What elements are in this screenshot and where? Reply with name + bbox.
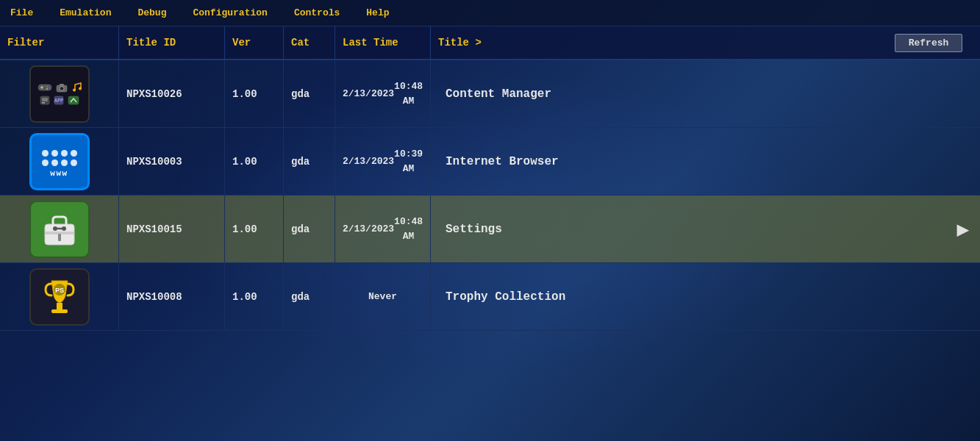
row-ver-2: 1.00: [225, 128, 284, 195]
row-lasttime-3: 2/13/202310:48 AM: [335, 196, 431, 262]
table-row[interactable]: APP NPXS10026 1.00 gda 2/13/202310:48 AM…: [0, 60, 980, 128]
row-titleid-2: NPXS10003: [119, 128, 225, 195]
row-cat-2: gda: [284, 128, 335, 195]
svg-point-3: [46, 86, 48, 87]
row-title-2: Internet Browser: [431, 128, 980, 195]
svg-text:PS: PS: [54, 287, 63, 294]
row-title-4: Trophy Collection: [431, 263, 980, 330]
col-cat-header[interactable]: Cat: [284, 26, 335, 59]
row-cat-1: gda: [284, 60, 335, 127]
svg-point-21: [62, 226, 66, 231]
col-title-header[interactable]: Title >: [431, 26, 877, 59]
row-ver-3: 1.00: [225, 196, 284, 262]
svg-rect-17: [68, 96, 79, 104]
table-row[interactable]: NPXS10015 1.00 gda 2/13/202310:48 AM Set…: [0, 196, 980, 263]
menubar: File Emulation Debug Configuration Contr…: [0, 0, 980, 26]
row-lasttime-4: Never: [335, 263, 431, 330]
row-icon-ib: www: [0, 128, 119, 195]
svg-rect-24: [51, 309, 68, 313]
svg-rect-22: [58, 234, 61, 241]
row-icon-settings: [0, 196, 119, 262]
row-cat-4: gda: [284, 263, 335, 330]
svg-point-4: [48, 87, 49, 89]
menu-emulation[interactable]: Emulation: [55, 4, 115, 21]
row-icon-trophy: PS: [0, 263, 119, 330]
row-ver-4: 1.00: [225, 263, 284, 330]
svg-point-5: [46, 88, 48, 90]
row-titleid-4: NPXS10008: [119, 263, 225, 330]
row-titleid-1: NPXS10026: [119, 60, 225, 127]
svg-point-10: [73, 89, 76, 92]
menu-controls[interactable]: Controls: [290, 4, 344, 21]
row-lasttime-1: 2/13/202310:48 AM: [335, 60, 431, 127]
col-lasttime-header[interactable]: Last Time: [335, 26, 431, 59]
table-row[interactable]: PS NPXS10008 1.00 gda Never Trophy Colle…: [0, 263, 980, 331]
svg-rect-9: [60, 84, 64, 86]
table-body: APP NPXS10026 1.00 gda 2/13/202310:48 AM…: [0, 60, 980, 331]
row-titleid-3: NPXS10015: [119, 196, 225, 262]
row-lasttime-2: 2/13/202310:39 AM: [335, 128, 431, 195]
svg-rect-13: [42, 98, 48, 101]
row-cat-3: gda: [284, 196, 335, 262]
svg-rect-2: [40, 87, 43, 88]
row-title-3: Settings: [431, 196, 946, 262]
table-row[interactable]: www NPXS10003 1.00 gda 2/13/202310:39 AM…: [0, 128, 980, 196]
svg-rect-23: [57, 303, 62, 310]
svg-point-11: [79, 87, 82, 90]
selected-arrow-icon: ▶: [946, 196, 980, 262]
svg-point-8: [60, 87, 62, 90]
col-refresh-header: Refresh: [877, 26, 980, 59]
col-filter-header[interactable]: Filter: [0, 26, 119, 59]
column-headers: Filter Title ID Ver Cat Last Time Title …: [0, 26, 980, 60]
row-icon-cm: APP: [0, 60, 119, 127]
svg-rect-0: [38, 85, 51, 90]
menu-help[interactable]: Help: [362, 4, 393, 21]
row-title-1: Content Manager: [431, 60, 980, 127]
menu-file[interactable]: File: [6, 4, 37, 21]
menu-debug[interactable]: Debug: [133, 4, 171, 21]
col-ver-header[interactable]: Ver: [225, 26, 284, 59]
refresh-button[interactable]: Refresh: [895, 34, 963, 52]
row-ver-1: 1.00: [225, 60, 284, 127]
svg-point-20: [53, 226, 57, 231]
col-titleid-header[interactable]: Title ID: [119, 26, 225, 59]
svg-rect-14: [42, 102, 45, 104]
menu-configuration[interactable]: Configuration: [188, 4, 271, 21]
svg-text:APP: APP: [54, 98, 63, 104]
